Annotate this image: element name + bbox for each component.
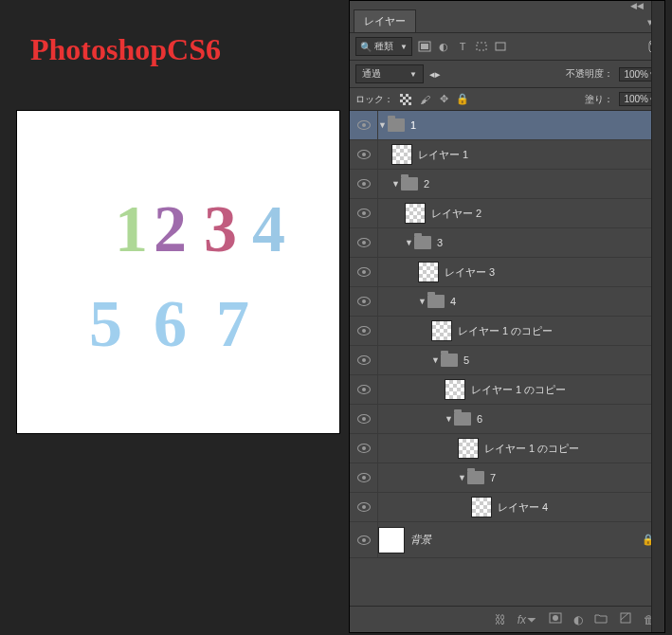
layer-thumbnail[interactable] — [378, 527, 405, 553]
visibility-toggle[interactable] — [350, 522, 378, 557]
new-layer-icon[interactable] — [619, 612, 632, 626]
visibility-toggle[interactable] — [350, 405, 378, 433]
expand-toggle[interactable]: ▼ — [445, 414, 454, 424]
layer-row[interactable]: ▼6 — [350, 405, 664, 434]
visibility-toggle[interactable] — [350, 287, 378, 316]
layer-name-label[interactable]: レイヤー 1 のコピー — [484, 442, 579, 456]
layer-style-icon[interactable]: fx⏷ — [518, 613, 537, 626]
layer-thumbnail[interactable] — [431, 320, 452, 341]
layer-content: レイヤー 4 — [378, 493, 664, 521]
visibility-toggle[interactable] — [350, 258, 378, 286]
layers-panel: ◀◀ ✕ レイヤー ▾≡ 🔍 種類 ▼ ◐ T 通過 ▼ ◂▸ 不透明度： 10… — [349, 0, 665, 633]
layer-row[interactable]: レイヤー 1 — [350, 140, 664, 170]
layer-name-label[interactable]: レイヤー 3 — [445, 265, 495, 280]
layer-row[interactable]: レイヤー 1 のコピー — [350, 434, 664, 463]
tab-layers[interactable]: レイヤー — [354, 9, 416, 32]
eye-icon — [357, 209, 371, 218]
eye-icon — [357, 535, 371, 545]
layer-row[interactable]: ▼7 — [350, 463, 664, 493]
visibility-toggle[interactable] — [350, 228, 378, 257]
layer-list[interactable]: ▼1レイヤー 1▼2レイヤー 2▼3レイヤー 3▼4レイヤー 1 のコピー▼5レ… — [350, 111, 664, 606]
layer-thumbnail[interactable] — [471, 497, 492, 517]
layer-name-label[interactable]: レイヤー 1 のコピー — [458, 324, 553, 338]
visibility-toggle[interactable] — [350, 493, 378, 521]
visibility-toggle[interactable] — [350, 375, 378, 404]
panel-bottom-bar: ⛓ fx⏷ ◐ 🗑 — [350, 606, 664, 632]
layer-thumbnail[interactable] — [391, 144, 412, 165]
search-icon: 🔍 — [360, 42, 372, 52]
layer-name-label[interactable]: 6 — [477, 413, 482, 425]
lock-pixels-icon[interactable]: 🖌 — [418, 93, 431, 106]
filter-pixel-icon[interactable] — [418, 40, 431, 53]
filter-type-icon[interactable]: T — [456, 40, 469, 53]
layer-name-label[interactable]: レイヤー 2 — [431, 207, 481, 221]
blend-mode-select[interactable]: 通過 ▼ — [355, 64, 424, 83]
layer-row[interactable]: レイヤー 2 — [350, 199, 664, 228]
layer-name-label[interactable]: レイヤー 4 — [498, 500, 548, 515]
filter-shape-icon[interactable] — [475, 40, 488, 53]
new-group-icon[interactable] — [594, 612, 608, 626]
layer-name-label[interactable]: 2 — [424, 178, 429, 190]
filter-smart-icon[interactable] — [494, 40, 507, 53]
layer-name-label[interactable]: レイヤー 1 のコピー — [471, 383, 566, 397]
layer-row[interactable]: レイヤー 1 のコピー — [350, 375, 664, 405]
visibility-toggle[interactable] — [350, 346, 378, 374]
scrollbar[interactable] — [651, 1, 664, 632]
opacity-value: 100% — [624, 69, 648, 80]
layer-row[interactable]: レイヤー 1 のコピー — [350, 317, 664, 346]
layer-content: ▼5 — [378, 346, 664, 374]
layer-thumbnail[interactable] — [458, 438, 479, 459]
filter-adjustment-icon[interactable]: ◐ — [437, 40, 450, 53]
layer-row[interactable]: レイヤー 4 — [350, 493, 664, 522]
lock-all-icon[interactable]: 🔒 — [456, 93, 469, 106]
layer-content: レイヤー 2 — [378, 199, 664, 227]
layer-mask-icon[interactable] — [549, 612, 562, 626]
expand-toggle[interactable]: ▼ — [458, 473, 467, 482]
visibility-toggle[interactable] — [350, 170, 378, 198]
layer-name-label[interactable]: 背景 — [410, 533, 431, 547]
visibility-toggle[interactable] — [350, 199, 378, 227]
folder-icon — [401, 177, 418, 190]
svg-point-10 — [553, 615, 558, 621]
layer-row[interactable]: レイヤー 3 — [350, 258, 664, 287]
layer-thumbnail[interactable] — [418, 262, 439, 282]
lock-position-icon[interactable]: ✥ — [437, 93, 450, 106]
lock-transparency-icon[interactable] — [399, 93, 412, 106]
visibility-toggle[interactable] — [350, 111, 378, 139]
visibility-toggle[interactable] — [350, 463, 378, 492]
layer-row[interactable]: ▼3 — [350, 228, 664, 258]
digit-2: 2 — [154, 191, 187, 267]
lock-label: ロック： — [355, 93, 393, 106]
layer-row[interactable]: ▼5 — [350, 346, 664, 375]
expand-toggle[interactable]: ▼ — [378, 120, 388, 130]
visibility-toggle[interactable] — [350, 434, 378, 463]
layer-row[interactable]: ▼1 — [350, 111, 664, 140]
expand-toggle[interactable]: ▼ — [391, 179, 401, 189]
layer-name-label[interactable]: 7 — [490, 472, 496, 483]
layer-thumbnail[interactable] — [445, 379, 465, 400]
visibility-toggle[interactable] — [350, 140, 378, 169]
layer-name-label[interactable]: 3 — [437, 237, 443, 248]
eye-icon — [357, 444, 371, 453]
adjustment-layer-icon[interactable]: ◐ — [573, 613, 583, 626]
filter-kind-select[interactable]: 🔍 種類 ▼ — [355, 37, 412, 56]
fill-label: 塗り： — [585, 93, 613, 106]
expand-toggle[interactable]: ▼ — [418, 297, 427, 306]
layer-name-label[interactable]: 5 — [463, 354, 469, 366]
link-layers-icon[interactable]: ⛓ — [495, 613, 506, 626]
expand-toggle[interactable]: ▼ — [405, 238, 414, 247]
collapse-icon[interactable]: ◀◀ — [630, 1, 644, 10]
layer-name-label[interactable]: 1 — [410, 119, 416, 131]
folder-icon — [441, 354, 458, 367]
digit-6: 6 — [154, 286, 187, 362]
layer-row[interactable]: ▼4 — [350, 287, 664, 317]
layer-content: ▼3 — [378, 228, 664, 257]
visibility-toggle[interactable] — [350, 317, 378, 345]
layer-thumbnail[interactable] — [405, 203, 426, 224]
lock-row: ロック： 🖌 ✥ 🔒 塗り： 100% ▾ — [350, 88, 664, 111]
expand-toggle[interactable]: ▼ — [431, 355, 441, 365]
layer-row[interactable]: 背景🔒 — [350, 522, 664, 558]
layer-name-label[interactable]: レイヤー 1 — [418, 148, 468, 162]
layer-row[interactable]: ▼2 — [350, 170, 664, 199]
layer-name-label[interactable]: 4 — [450, 296, 456, 307]
